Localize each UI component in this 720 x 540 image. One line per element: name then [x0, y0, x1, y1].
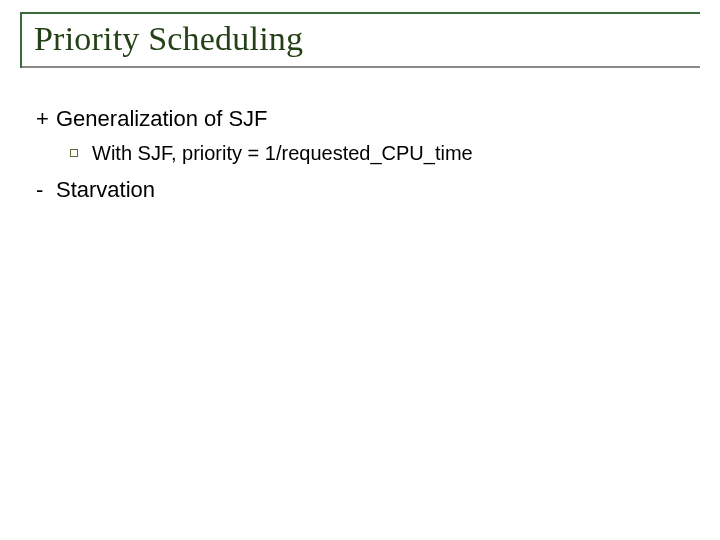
- title-block: Priority Scheduling: [20, 12, 700, 68]
- title-rule-bottom: [22, 66, 700, 68]
- square-bullet-icon: [70, 149, 78, 157]
- bullet-text: Generalization of SJF: [56, 106, 268, 132]
- slide: Priority Scheduling + Generalization of …: [0, 0, 720, 540]
- title-rule-left: [20, 12, 22, 68]
- bullet-point: - Starvation: [36, 177, 700, 203]
- bullet-prefix: -: [36, 177, 50, 203]
- slide-body: + Generalization of SJF With SJF, priori…: [20, 106, 700, 203]
- bullet-prefix: +: [36, 106, 50, 132]
- title-rule-top: [22, 12, 700, 14]
- sub-bullet: With SJF, priority = 1/requested_CPU_tim…: [36, 142, 700, 165]
- sub-bullet-text: With SJF, priority = 1/requested_CPU_tim…: [92, 142, 473, 165]
- slide-title: Priority Scheduling: [22, 18, 700, 64]
- bullet-point: + Generalization of SJF: [36, 106, 700, 132]
- bullet-text: Starvation: [56, 177, 155, 203]
